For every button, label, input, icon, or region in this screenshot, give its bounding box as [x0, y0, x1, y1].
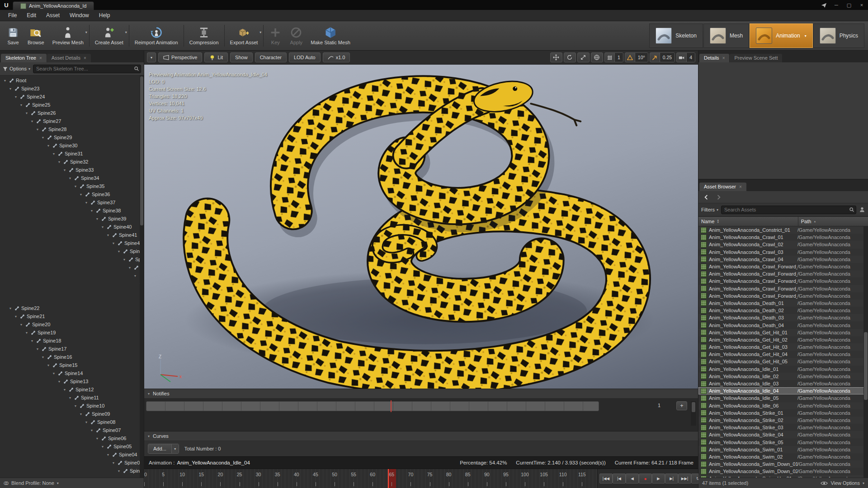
expander-arrow-icon[interactable]: ▼ [52, 152, 56, 155]
close-icon[interactable]: × [722, 56, 725, 61]
translate-tool-button[interactable] [550, 52, 562, 62]
asset-row[interactable]: Anim_YellowAnaconda_Swim_01/Game/YellowA… [698, 446, 868, 453]
bone-tree-item[interactable]: ▼Spine25 [0, 101, 144, 109]
expander-arrow-icon[interactable]: ▼ [62, 388, 67, 391]
asset-row[interactable]: Anim_YellowAnaconda_Crawl_Forward_05/Gam… [698, 292, 868, 300]
expander-arrow-icon[interactable]: ▼ [24, 331, 29, 334]
create-asset-button[interactable]: Create Asset▾ [91, 21, 127, 50]
expander-arrow-icon[interactable]: ▼ [46, 144, 51, 147]
bone-tree-item[interactable]: ▼Spine06 [0, 434, 144, 442]
skeleton-search-input[interactable] [33, 65, 141, 73]
viewport-character-button[interactable]: Character [255, 52, 287, 62]
asset-row[interactable]: Anim_YellowAnaconda_Strike_03/Game/Yello… [698, 424, 868, 431]
camera-speed-value[interactable]: 4 [686, 53, 695, 62]
play-reverse-button[interactable]: ◀ [626, 474, 639, 483]
asset-row[interactable]: Anim_YellowAnaconda_Crawl_Forward_03/Gam… [698, 277, 868, 285]
mode-physics-button[interactable]: Physics [813, 23, 864, 48]
bone-tree-item[interactable]: ▼Spine08 [0, 418, 144, 426]
to-front-button[interactable]: |◀◀ [599, 474, 613, 483]
expander-arrow-icon[interactable]: ▼ [41, 356, 45, 359]
asset-row[interactable]: Anim_YellowAnaconda_Crawl_Forward_01/Gam… [698, 263, 868, 270]
forward-button[interactable] [715, 194, 722, 201]
bone-tree-item[interactable]: ▼Root [0, 76, 144, 84]
asset-row[interactable]: Anim_YellowAnaconda_Idle_02/Game/YellowA… [698, 373, 868, 380]
asset-row[interactable]: Anim_YellowAnaconda_Crawl_02/Game/Yellow… [698, 241, 868, 248]
filters-button[interactable]: Filters ▾ [701, 207, 718, 212]
scale-snap-value[interactable]: 0.25 [660, 53, 675, 62]
viewport-show-button[interactable]: Show [230, 52, 253, 62]
maximize-button[interactable]: ▢ [843, 0, 855, 10]
document-tab[interactable]: Anim_YellowAnaconda_Id [13, 1, 94, 10]
asset-row[interactable]: Anim_YellowAnaconda_Crawl_03/Game/Yellow… [698, 249, 868, 256]
viewport-perspective-button[interactable]: Perspective [158, 52, 202, 62]
expander-arrow-icon[interactable]: ▼ [106, 453, 110, 456]
expander-arrow-icon[interactable]: ▼ [19, 323, 24, 326]
bone-tree-item[interactable]: ▼Spine48 [0, 288, 144, 296]
asset-row[interactable]: Anim_YellowAnaconda_Idle_05/Game/YellowA… [698, 394, 868, 402]
asset-row[interactable]: Anim_YellowAnaconda_Strike_02/Game/Yello… [698, 417, 868, 424]
close-button[interactable]: × [855, 0, 868, 10]
asset-row[interactable]: Anim_YellowAnaconda_Idle_06/Game/YellowA… [698, 402, 868, 409]
expander-arrow-icon[interactable]: ▼ [30, 339, 34, 343]
expander-arrow-icon[interactable]: ▼ [117, 250, 121, 253]
bone-tree-item[interactable]: ▼Spine12 [0, 385, 144, 394]
expander-arrow-icon[interactable]: ▼ [24, 112, 29, 115]
viewport-lit-button[interactable]: Lit [204, 52, 228, 62]
expander-arrow-icon[interactable]: ▼ [3, 79, 7, 82]
viewport-3d[interactable]: Previewing Animation Anim_YellowAnaconda… [144, 65, 698, 389]
tab-skeleton-tree[interactable]: Skeleton Tree × [1, 54, 47, 62]
asset-row[interactable]: Anim_YellowAnaconda_Get_Hit_02/Game/Yell… [698, 336, 868, 343]
bone-tree-item[interactable]: ▼Spine36 [0, 190, 144, 198]
bone-tree-item[interactable]: ▼Spine46 [0, 272, 144, 280]
expander-arrow-icon[interactable]: ▼ [100, 445, 105, 448]
bone-tree-item[interactable]: ▼Spine42 [0, 239, 144, 247]
minimize-button[interactable]: ─ [830, 0, 843, 10]
dropdown-caret-icon[interactable]: ▾ [171, 444, 179, 453]
scale-tool-button[interactable] [577, 52, 590, 62]
viewport-x1-0-button[interactable]: x1.0 [323, 52, 350, 62]
asset-row[interactable]: Anim_YellowAnaconda_Swim_Down_01/Game/Ye… [698, 460, 868, 468]
expander-arrow-icon[interactable]: ▼ [62, 169, 67, 172]
bone-tree-item[interactable]: ▼Spine09 [0, 410, 144, 418]
asset-row[interactable]: Anim_YellowAnaconda_Get_Hit_03/Game/Yell… [698, 343, 868, 351]
tab-details[interactable]: Details × [699, 54, 729, 62]
expander-arrow-icon[interactable]: ▼ [19, 103, 24, 107]
mode-animation-button[interactable]: Animation▾ [750, 23, 812, 48]
bone-tree-item[interactable]: ▼Spine47 [0, 280, 144, 288]
notifies-header[interactable]: ▾ Notifies [144, 389, 698, 399]
bone-tree-item[interactable]: ▼Spine22 [0, 304, 144, 312]
expander-arrow-icon[interactable]: ▾ [148, 434, 150, 438]
close-icon[interactable]: × [84, 56, 86, 61]
asset-row[interactable]: Anim_YellowAnaconda_Crawl_01/Game/Yellow… [698, 234, 868, 241]
expander-arrow-icon[interactable]: ▼ [117, 469, 121, 473]
expander-arrow-icon[interactable]: ▼ [46, 364, 51, 367]
expander-arrow-icon[interactable]: ▼ [8, 87, 13, 90]
bone-tree-item[interactable]: ▼Spine34 [0, 174, 144, 182]
play-button[interactable]: ▶ [652, 474, 665, 483]
expander-arrow-icon[interactable]: ▼ [84, 201, 89, 204]
expander-arrow-icon[interactable]: ▼ [57, 160, 61, 164]
bone-tree-item[interactable]: ▼Spine23 [0, 84, 144, 93]
expander-arrow-icon[interactable]: ▼ [35, 128, 40, 131]
asset-row[interactable]: Anim_YellowAnaconda_Death_02/Game/Yellow… [698, 307, 868, 314]
expander-arrow-icon[interactable]: ▼ [68, 396, 72, 399]
expander-arrow-icon[interactable]: ▼ [95, 217, 99, 221]
feedback-icon[interactable] [817, 0, 830, 10]
asset-row[interactable]: Anim_YellowAnaconda_Death_01/Game/Yellow… [698, 300, 868, 307]
bone-tree-item[interactable]: ▼Spine28 [0, 125, 144, 133]
expander-arrow-icon[interactable]: ▼ [100, 225, 105, 229]
asset-row[interactable]: Anim_YellowAnaconda_Get_Hit_04/Game/Yell… [698, 351, 868, 358]
mode-skeleton-button[interactable]: Skeleton [649, 23, 703, 48]
close-icon[interactable]: × [739, 184, 742, 189]
bone-tree-item[interactable]: ▼Spine19 [0, 328, 144, 337]
bone-tree-item[interactable]: ▼Spine43 [0, 247, 144, 255]
tab-preview-scene-settings[interactable]: Preview Scene Sett [730, 54, 782, 62]
expander-arrow-icon[interactable]: ▼ [90, 429, 94, 432]
expander-arrow-icon[interactable]: ▼ [8, 307, 13, 310]
bone-tree-item[interactable]: ▼Spine33 [0, 166, 144, 174]
add-curve-button[interactable]: Add... ▾ [148, 444, 179, 454]
reimport-animation-button[interactable]: Reimport Animation [131, 21, 182, 50]
bone-tree-item[interactable]: ▼Spine30 [0, 141, 144, 150]
save-button[interactable]: Save [3, 21, 24, 50]
expander-arrow-icon[interactable]: ▼ [95, 437, 99, 440]
